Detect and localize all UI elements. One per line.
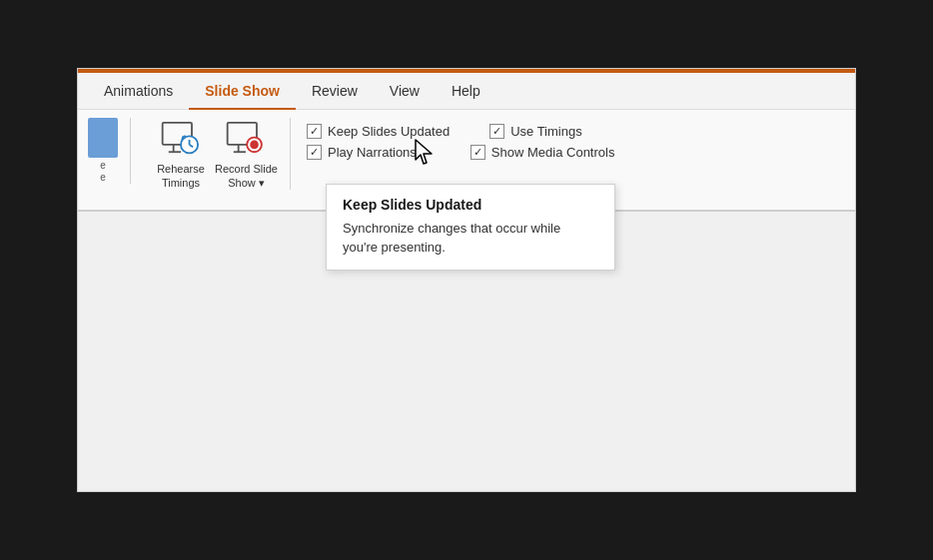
svg-point-11 [251,140,260,149]
tooltip: Keep Slides Updated Synchronize changes … [326,184,615,271]
keep-slides-updated-checkbox[interactable] [307,124,322,139]
use-timings-checkbox[interactable] [489,124,504,139]
tooltip-body: Synchronize changes that occur while you… [343,219,598,258]
keep-slides-updated-label: Keep Slides Updated [328,124,450,139]
show-media-controls-checkbox[interactable] [470,145,485,160]
play-narrations-row[interactable]: Play Narrations [307,145,417,160]
checkbox-row-2: Play Narrations Show Media Controls [307,145,614,160]
rehearse-timings-label: RehearseTimings [157,162,205,191]
tab-view[interactable]: View [374,73,436,109]
play-narrations-checkbox[interactable] [307,145,322,160]
use-timings-label: Use Timings [510,124,582,139]
partial-icon-1 [88,118,118,158]
play-narrations-label: Play Narrations [328,145,417,160]
partial-label-1: ee [100,160,106,184]
record-slide-show-label: Record SlideShow ▾ [215,162,278,191]
ribbon-tabs: Animations Slide Show Review View Help [78,73,855,110]
checkboxes-area: Keep Slides Updated Use Timings Play Nar… [291,118,630,160]
record-slide-show-button[interactable]: Record SlideShow ▾ [215,118,278,191]
app-window: Animations Slide Show Review View Help e… [77,68,856,493]
rehearse-timings-button[interactable]: RehearseTimings [155,118,207,191]
record-slide-show-icon [224,118,268,162]
tab-review[interactable]: Review [296,73,374,109]
rehearse-timings-icon [159,118,203,162]
checkbox-row-1: Keep Slides Updated Use Timings [307,124,614,139]
tab-help[interactable]: Help [436,73,496,109]
set-up-group: RehearseTimings Record SlideShow ▾ [143,118,291,191]
tab-animations[interactable]: Animations [88,73,189,109]
show-media-controls-row[interactable]: Show Media Controls [470,145,615,160]
keep-slides-updated-row[interactable]: Keep Slides Updated [307,124,450,139]
tab-slide-show[interactable]: Slide Show [189,73,296,109]
use-timings-row[interactable]: Use Timings [489,124,582,139]
tooltip-title: Keep Slides Updated [343,197,598,213]
partial-section: ee [88,118,131,184]
show-media-controls-label: Show Media Controls [491,145,615,160]
